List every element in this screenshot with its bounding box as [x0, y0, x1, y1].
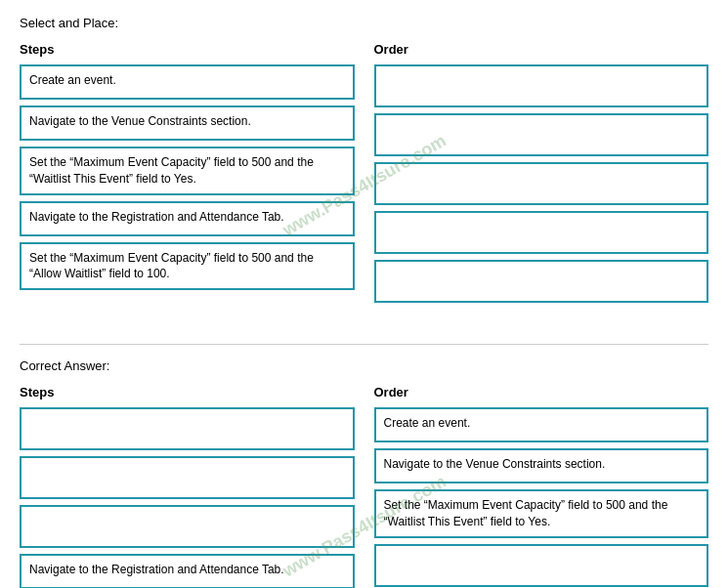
- answer-step-empty-2: [20, 456, 355, 499]
- answer-steps-header: Steps: [20, 385, 355, 399]
- question-order-slot-3[interactable]: [374, 162, 709, 205]
- question-step-5[interactable]: Set the “Maximum Event Capacity” field t…: [20, 242, 355, 291]
- question-step-1[interactable]: Create an event.: [20, 64, 355, 100]
- question-order-slot-5[interactable]: [374, 260, 709, 303]
- answer-steps-column: Steps Navigate to the Registration and A…: [20, 385, 355, 588]
- answer-order-1: Create an event.: [374, 407, 709, 442]
- correct-answer-label: Correct Answer:: [20, 358, 708, 373]
- answer-step-empty-3: [20, 505, 355, 548]
- select-place-label: Select and Place:: [20, 16, 708, 30]
- question-order-column: Order: [374, 42, 709, 309]
- question-step-2[interactable]: Navigate to the Venue Constraints sectio…: [20, 105, 355, 141]
- question-step-3[interactable]: Set the “Maximum Event Capacity” field t…: [20, 147, 355, 195]
- section-divider: [20, 344, 708, 345]
- answer-order-column: Order Create an event. Navigate to the V…: [374, 385, 709, 588]
- question-step-4[interactable]: Navigate to the Registration and Attenda…: [20, 201, 355, 236]
- answer-step-4: Navigate to the Registration and Attenda…: [20, 554, 355, 588]
- answer-order-slot-4: [374, 544, 709, 587]
- question-steps-header: Steps: [20, 42, 355, 57]
- question-order-slot-1[interactable]: [374, 64, 709, 107]
- question-order-header: Order: [374, 42, 709, 57]
- question-order-slot-2[interactable]: [374, 113, 709, 156]
- question-steps-column: Steps Create an event. Navigate to the V…: [20, 42, 355, 309]
- answer-order-3: Set the “Maximum Event Capacity” field t…: [374, 489, 709, 538]
- answer-step-empty-1: [20, 407, 355, 450]
- answer-order-2: Navigate to the Venue Constraints sectio…: [374, 448, 709, 483]
- question-order-slot-4[interactable]: [374, 211, 709, 254]
- answer-order-header: Order: [374, 385, 709, 399]
